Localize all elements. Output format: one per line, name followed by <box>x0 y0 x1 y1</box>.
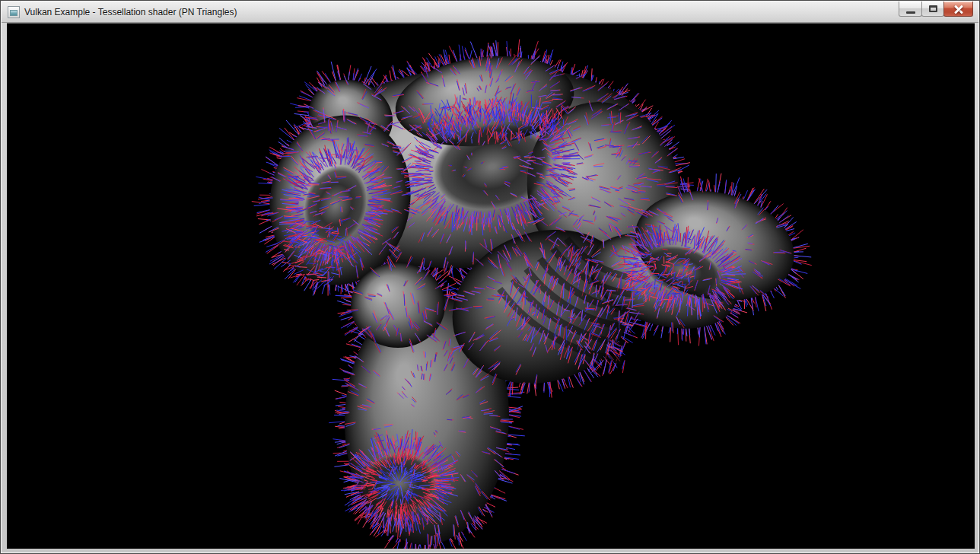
application-icon[interactable] <box>8 6 20 18</box>
app-icon-content-pane <box>10 10 18 16</box>
titlebar[interactable]: Vulkan Example - Tessellation shader (PN… <box>2 2 978 23</box>
minimize-button[interactable] <box>899 2 922 17</box>
close-button[interactable] <box>943 2 973 17</box>
render-viewport <box>7 23 975 548</box>
maximize-icon <box>929 5 937 12</box>
vulkan-render-canvas[interactable] <box>7 24 975 549</box>
minimize-icon <box>906 11 915 14</box>
maximize-button[interactable] <box>921 2 944 17</box>
close-icon <box>953 4 965 14</box>
vulkan-example-window: Vulkan Example - Tessellation shader (PN… <box>0 0 980 554</box>
window-title: Vulkan Example - Tessellation shader (PN… <box>24 7 237 18</box>
window-controls <box>899 2 973 18</box>
